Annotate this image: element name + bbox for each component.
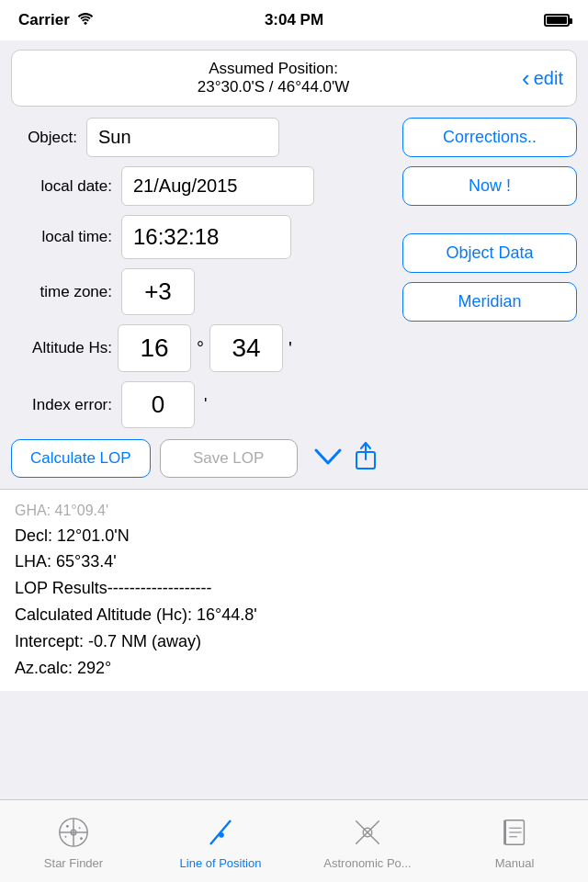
star-finder-icon [53, 812, 94, 853]
tab-star-finder-label: Star Finder [44, 856, 103, 870]
result-lha: LHA: 65°33.4' [15, 548, 573, 575]
status-time: 3:04 PM [265, 11, 323, 29]
time-input[interactable] [121, 215, 291, 259]
corrections-button[interactable]: Corrections.. [402, 118, 577, 157]
svg-point-9 [65, 836, 67, 838]
svg-point-0 [84, 22, 86, 25]
wifi-icon [77, 11, 94, 29]
carrier-label: Carrier [18, 11, 70, 29]
timezone-label: time zone: [11, 283, 112, 301]
status-right [544, 14, 570, 27]
save-lop-button[interactable]: Save LOP [160, 439, 298, 478]
assumed-position-box: Assumed Position: 23°30.0'S / 46°44.0'W … [11, 50, 577, 107]
result-lop: LOP Results------------------- [15, 575, 573, 602]
index-error-row: Index error: ' [11, 381, 393, 428]
edit-area[interactable]: ‹ edit [522, 64, 563, 93]
manual-icon [494, 812, 535, 853]
assumed-position-coords: 23°30.0'S / 46°44.0'W [25, 78, 522, 96]
tab-line-of-position[interactable]: Line of Position [147, 812, 294, 870]
tab-manual-label: Manual [495, 856, 535, 870]
status-bar: Carrier 3:04 PM [0, 0, 588, 40]
timezone-row: time zone: [11, 268, 393, 315]
tick-symbol: ' [204, 395, 207, 414]
tab-manual[interactable]: Manual [441, 812, 588, 870]
timezone-input[interactable] [121, 268, 195, 315]
object-label: Object: [11, 129, 77, 147]
altitude-deg-input[interactable] [118, 324, 191, 372]
result-decl: Decl: 12°01.0'N [15, 523, 573, 549]
tab-astronomic-label: Astronomic Po... [323, 856, 411, 870]
altitude-row: Altitude Hs: ° ' [11, 324, 393, 372]
tab-astronomic[interactable]: Astronomic Po... [294, 812, 441, 870]
degree-symbol: ° [197, 338, 204, 359]
index-error-input[interactable] [121, 381, 195, 428]
meridian-button[interactable]: Meridian [402, 282, 577, 322]
now-button[interactable]: Now ! [402, 166, 577, 206]
date-input[interactable] [121, 166, 314, 206]
astronomic-icon [347, 812, 388, 853]
result-intercept: Intercept: -0.7 NM (away) [15, 628, 573, 655]
line-of-position-icon [200, 812, 241, 853]
right-col: Corrections.. Now ! Object Data Meridian [402, 118, 577, 322]
assumed-position-text: Assumed Position: 23°30.0'S / 46°44.0'W [25, 60, 522, 96]
assumed-position-title: Assumed Position: [25, 60, 522, 78]
action-button-row: Calculate LOP Save LOP [11, 439, 577, 478]
svg-point-12 [219, 832, 224, 838]
altitude-label: Altitude Hs: [11, 339, 112, 357]
left-col: Object: local date: local time: time zon… [11, 118, 393, 439]
tab-line-of-position-label: Line of Position [180, 856, 262, 870]
object-and-corrections-row: Object: local date: local time: time zon… [11, 118, 577, 439]
time-row: local time: [11, 215, 393, 259]
result-az: Az.calc: 292° [15, 655, 573, 682]
object-input[interactable] [86, 118, 279, 157]
object-row: Object: [11, 118, 393, 157]
svg-point-10 [80, 837, 83, 840]
svg-point-7 [66, 825, 69, 828]
scroll-down-button[interactable] [312, 444, 344, 473]
results-area: GHA: 41°09.4' Decl: 12°01.0'N LHA: 65°33… [0, 489, 588, 691]
tab-star-finder[interactable]: Star Finder [0, 812, 147, 870]
status-left: Carrier [18, 11, 94, 29]
battery-icon [544, 14, 570, 27]
time-label: local time: [11, 228, 112, 246]
altitude-min-input[interactable] [209, 324, 283, 372]
date-row: local date: [11, 166, 393, 206]
results-text: GHA: 41°09.4' Decl: 12°01.0'N LHA: 65°33… [15, 499, 573, 681]
main-content: Assumed Position: 23°30.0'S / 46°44.0'W … [0, 40, 588, 487]
result-partial: GHA: 41°09.4' [15, 499, 573, 523]
index-error-label: Index error: [11, 396, 112, 414]
svg-point-8 [79, 827, 81, 829]
svg-line-11 [211, 821, 231, 844]
date-label: local date: [11, 177, 112, 196]
chevron-left-icon: ‹ [522, 64, 530, 93]
calculate-lop-button[interactable]: Calculate LOP [11, 439, 151, 478]
arcminute-symbol: ' [288, 338, 292, 359]
result-hc: Calculated Altitude (Hc): 16°44.8' [15, 602, 573, 628]
edit-label: edit [534, 68, 563, 89]
share-button[interactable] [353, 441, 379, 476]
object-data-button[interactable]: Object Data [402, 233, 577, 273]
tab-bar: Star Finder Line of Position Astronomic … [0, 799, 588, 882]
